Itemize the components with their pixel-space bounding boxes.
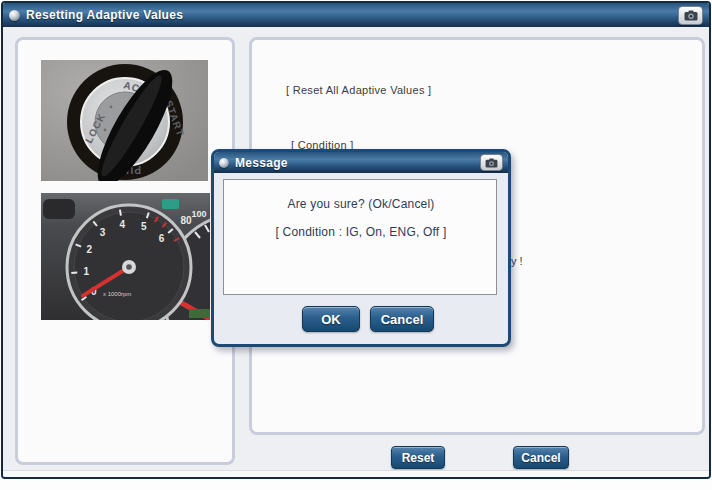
partially-hidden-text: y ! — [511, 255, 523, 267]
instrument-cluster-photo: 100 80 60 40 20 0 1 2 3 4 — [41, 193, 210, 320]
tach-number: 4 — [120, 219, 126, 230]
message-dialog-title: Message — [235, 156, 288, 170]
confirm-question-text: Are you sure? (Ok/Cancel) — [214, 197, 508, 211]
window-bottom-edge — [3, 470, 709, 477]
dialog-screen-capture-button[interactable] — [480, 154, 503, 171]
screen-capture-button[interactable] — [678, 6, 703, 25]
ok-button[interactable]: OK — [302, 306, 360, 332]
sphere-icon — [219, 158, 229, 168]
window-title: Resetting Adaptive Values — [26, 8, 183, 22]
tach-number: 1 — [83, 266, 89, 277]
ignition-switch-photo: LOCK ACC START PUSH — [41, 60, 208, 181]
tach-number: 5 — [141, 221, 147, 232]
window-titlebar[interactable]: Resetting Adaptive Values — [3, 3, 709, 27]
tach-number: 6 — [159, 233, 165, 244]
sphere-icon — [9, 10, 20, 21]
odometer-display — [189, 309, 210, 318]
message-dialog: Message Are you sure? (Ok/Cancel) [ Cond… — [211, 149, 511, 347]
speed-number: 100 — [191, 209, 206, 219]
turn-indicator-icon — [162, 199, 179, 209]
camera-icon — [684, 10, 698, 21]
reset-button[interactable]: Reset — [391, 446, 445, 469]
speed-number: 80 — [180, 215, 192, 226]
procedure-title: [ Reset All Adaptive Values ] — [286, 84, 431, 96]
tach-number: 3 — [100, 227, 106, 238]
cancel-button[interactable]: Cancel — [513, 446, 569, 469]
rpm-scale-label: x 1000rpm — [103, 291, 131, 297]
tachometer-gauge: 0 1 2 3 4 5 6 x 1000rpm — [67, 205, 191, 320]
resetting-adaptive-values-window: Resetting Adaptive Values LOCK — [1, 1, 711, 479]
camera-icon — [485, 158, 498, 168]
condition-text: [ Condition : IG, On, ENG, Off ] — [214, 225, 508, 239]
tach-number: 2 — [87, 244, 93, 255]
message-dialog-titlebar[interactable]: Message — [214, 152, 508, 173]
dialog-cancel-button[interactable]: Cancel — [370, 306, 434, 332]
